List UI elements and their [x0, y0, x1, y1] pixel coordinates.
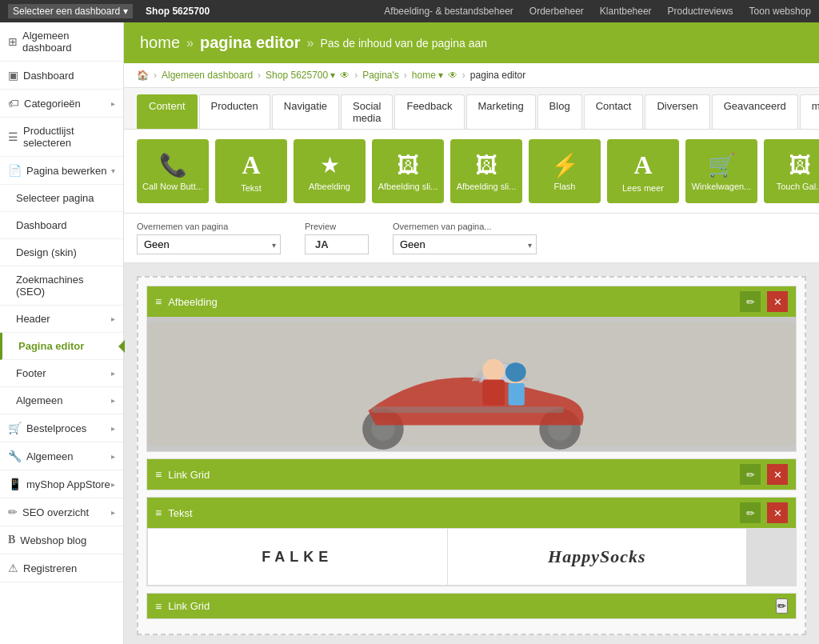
- sidebar-item-myshop[interactable]: 📱 myShop AppStore ▸: [0, 470, 123, 498]
- breadcrumb-home-dropdown[interactable]: home ▾: [412, 70, 443, 81]
- drag-handle-icon-2[interactable]: ≡: [155, 468, 162, 481]
- image-icon: 🖼: [397, 152, 419, 178]
- delete-button-link-grid[interactable]: ✕: [767, 464, 788, 485]
- sidebar-label: Algemeen dashboard: [22, 30, 115, 54]
- sidebar-item-algemeen3[interactable]: 🔧 Algemeen ▸: [0, 442, 123, 470]
- eye-icon-2[interactable]: 👁: [448, 70, 457, 81]
- breadcrumb-algemeen[interactable]: Algemeen dashboard: [162, 70, 253, 81]
- section-title-afbeelding: Afbeelding: [168, 296, 733, 308]
- widget-tekst[interactable]: A Tekst: [215, 139, 287, 203]
- widget-winkelwagen[interactable]: 🛒 Winkelwagen...: [685, 139, 757, 203]
- app-icon: 📱: [8, 478, 22, 490]
- tab-marketing[interactable]: Marketing: [466, 94, 536, 129]
- cart-icon: 🛒: [708, 152, 736, 178]
- sidebar-item-categorieen[interactable]: 🏷 Categorieën ▸: [0, 90, 123, 118]
- breadcrumb-paginas-dropdown[interactable]: Pagina's: [362, 70, 399, 81]
- sidebar-item-design[interactable]: Design (skin): [0, 239, 123, 266]
- drag-handle-icon[interactable]: ≡: [155, 295, 162, 308]
- sidebar-label: Pagina editor: [18, 340, 84, 352]
- widget-touch-gal[interactable]: 🖼 Touch Gal...: [764, 139, 819, 203]
- nav-toon-webshop[interactable]: Toon webshop: [749, 6, 811, 17]
- breadcrumb-current: pagina editor: [470, 70, 525, 81]
- widget-label: Call Now Butt...: [142, 182, 203, 191]
- content-area: home » pagina editor » Pas de inhoud van…: [124, 22, 819, 644]
- drag-handle-icon-4[interactable]: ≡: [155, 600, 162, 613]
- sidebar-label: Footer: [16, 367, 46, 379]
- page-icon: 📄: [8, 164, 22, 177]
- sidebar-item-seo[interactable]: ✏ SEO overzicht ▸: [0, 498, 123, 526]
- drag-handle-icon-3[interactable]: ≡: [155, 506, 162, 519]
- widget-call-now[interactable]: 📞 Call Now Butt...: [137, 139, 209, 203]
- section-header-link-grid-bottom: ≡ Link Grid ✏: [147, 594, 796, 618]
- section-title-tekst: Tekst: [168, 507, 733, 519]
- section-header-link-grid: ≡ Link Grid ✏ ✕: [147, 459, 796, 490]
- section-afbeelding: ≡ Afbeelding ✏ ✕: [146, 286, 797, 452]
- dashboard-select-label: Selecteer een dashboard: [13, 6, 120, 17]
- sidebar-label: Algemeen: [16, 394, 63, 406]
- delete-button-tekst[interactable]: ✕: [767, 502, 788, 523]
- tab-navigatie[interactable]: Navigatie: [272, 94, 339, 129]
- widget-lees-meer[interactable]: A Lees meer: [607, 139, 679, 203]
- tab-content[interactable]: Content: [137, 94, 198, 129]
- widget-afbeelding-sli1[interactable]: 🖼 Afbeelding sli...: [372, 139, 444, 203]
- overnemen2-select[interactable]: Geen: [393, 234, 537, 254]
- nav-klantbeheer[interactable]: Klantbeheer: [600, 6, 652, 17]
- chevron-right-icon: ▸: [111, 314, 115, 323]
- nav-productreviews[interactable]: Productreviews: [668, 6, 733, 17]
- edit-button-link-grid-bottom[interactable]: ✏: [776, 598, 788, 614]
- section-header-afbeelding: ≡ Afbeelding ✏ ✕: [147, 286, 796, 317]
- sidebar-label: Algemeen: [26, 450, 74, 462]
- widget-afbeelding-sli2[interactable]: 🖼 Afbeelding sli...: [450, 139, 522, 203]
- breadcrumb-shop: Shop 5625700: [266, 70, 328, 81]
- sidebar-item-bestelproces[interactable]: 🛒 Bestelproces ▸: [0, 414, 123, 442]
- sidebar-item-algemeen-dashboard[interactable]: ⊞ Algemeen dashboard: [0, 22, 123, 62]
- text-icon: A: [242, 150, 260, 180]
- sidebar-item-header[interactable]: Header ▸: [0, 306, 123, 333]
- chevron-right-icon: ▸: [111, 396, 115, 405]
- sidebar-item-dashboard2[interactable]: Dashboard: [0, 212, 123, 239]
- preview-label: Preview: [305, 222, 369, 231]
- breadcrumb-shop-dropdown[interactable]: Shop 5625700 ▾: [266, 70, 335, 81]
- sidebar-item-productlijst[interactable]: ☰ Productlijst selecteren: [0, 118, 123, 157]
- sidebar-label: Productlijst selecteren: [23, 125, 115, 149]
- sidebar-item-dashboard[interactable]: ▣ Dashboard: [0, 62, 123, 90]
- nav-orderbeheer[interactable]: Orderbeheer: [529, 6, 584, 17]
- edit-button-link-grid[interactable]: ✏: [740, 464, 761, 485]
- tab-diversen[interactable]: Diversen: [645, 94, 709, 129]
- delete-button-afbeelding[interactable]: ✕: [767, 291, 788, 312]
- svg-point-5: [482, 359, 505, 382]
- tab-social-media[interactable]: Social media: [341, 94, 393, 129]
- edit-button-afbeelding[interactable]: ✏: [740, 291, 761, 312]
- scooter-image: [147, 317, 796, 451]
- preview-value: JA: [305, 234, 369, 254]
- tab-myaccount[interactable]: myAccount: [800, 94, 819, 129]
- sidebar-item-pagina-bewerken[interactable]: 📄 Pagina bewerken ▾: [0, 157, 123, 185]
- sidebar-item-zoekmachines[interactable]: Zoekmachines (SEO): [0, 266, 123, 306]
- tab-blog[interactable]: Blog: [537, 94, 582, 129]
- sidebar-item-registreren[interactable]: ⚠ Registreren: [0, 554, 123, 582]
- eye-icon[interactable]: 👁: [340, 70, 350, 81]
- chevron-right-icon: ▸: [111, 369, 115, 378]
- sidebar-item-blog[interactable]: B Webshop blog: [0, 526, 123, 554]
- svg-rect-6: [482, 379, 505, 405]
- sidebar-item-selecteer-pagina[interactable]: Selecteer pagina: [0, 185, 123, 212]
- grid-icon: ⊞: [8, 35, 18, 48]
- nav-afbeelding[interactable]: Afbeelding- & bestandsbeheer: [384, 6, 513, 17]
- brand-happy-socks: HappySocks: [448, 529, 748, 585]
- home-icon[interactable]: 🏠: [137, 70, 149, 81]
- sidebar-item-footer[interactable]: Footer ▸: [0, 360, 123, 387]
- widget-flash[interactable]: ⚡ Flash: [529, 139, 601, 203]
- tab-feedback[interactable]: Feedback: [394, 94, 464, 129]
- header-home: home: [140, 34, 180, 52]
- widget-afbeelding[interactable]: ★ Afbeelding: [294, 139, 366, 203]
- tab-contact[interactable]: Contact: [584, 94, 644, 129]
- overnemen-select[interactable]: Geen: [137, 234, 281, 254]
- dashboard-select-button[interactable]: Selecteer een dashboard ▾: [8, 4, 133, 18]
- sidebar-label: Dashboard: [23, 70, 74, 82]
- widget-label: Lees meer: [622, 183, 664, 193]
- tab-producten[interactable]: Producten: [199, 94, 270, 129]
- sidebar-item-pagina-editor[interactable]: Pagina editor: [0, 333, 123, 360]
- tab-geavanceerd[interactable]: Geavanceerd: [712, 94, 798, 129]
- sidebar-item-algemeen2[interactable]: Algemeen ▸: [0, 387, 123, 414]
- edit-button-tekst[interactable]: ✏: [740, 502, 761, 523]
